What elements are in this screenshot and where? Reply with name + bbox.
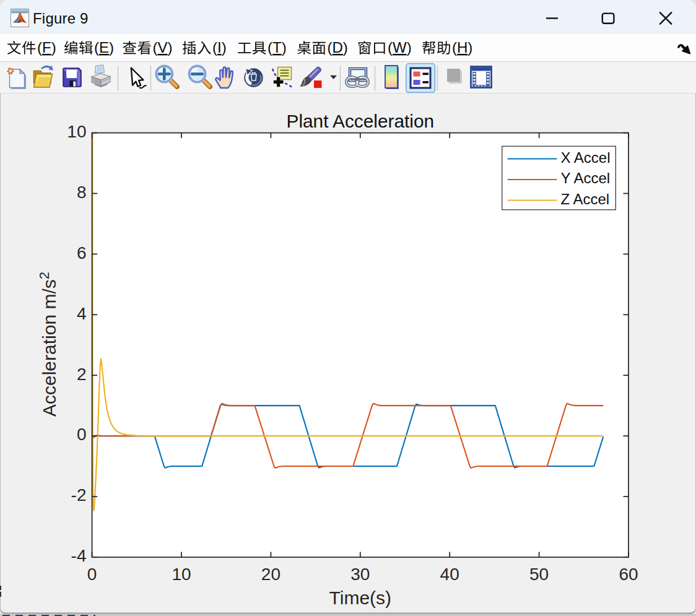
svg-text:30: 30 [350,565,370,584]
svg-text:Time(s): Time(s) [329,588,392,608]
svg-text:Y Accel: Y Accel [561,170,611,186]
svg-text:40: 40 [440,565,459,584]
svg-text:-4: -4 [71,546,87,565]
svg-text:(E): (E) [94,39,114,56]
svg-text:4: 4 [77,304,87,323]
svg-text:-2: -2 [71,485,87,505]
svg-text:(F): (F) [37,39,56,56]
svg-text:(D): (D) [328,39,348,56]
svg-text:20: 20 [261,565,281,584]
svg-text:(H): (H) [452,39,472,56]
svg-text:50: 50 [529,565,549,584]
svg-text:(I): (I) [212,39,227,56]
svg-text:2: 2 [77,365,87,384]
svg-text:Plant Acceleration: Plant Acceleration [287,111,435,131]
svg-text:10: 10 [172,565,191,584]
svg-text:60: 60 [619,565,638,584]
svg-text:0: 0 [87,565,97,584]
svg-text:(W): (W) [388,39,412,56]
svg-text:Acceleration m/s2: Acceleration m/s2 [37,272,59,417]
svg-text:10: 10 [67,122,86,141]
svg-text:(V): (V) [153,39,173,56]
svg-text:(T): (T) [268,39,287,56]
svg-text:0: 0 [77,425,87,444]
svg-text:Z Accel: Z Accel [561,191,610,207]
svg-text:6: 6 [77,243,87,262]
svg-text:8: 8 [77,183,87,202]
svg-text:X Accel: X Accel [561,149,611,166]
